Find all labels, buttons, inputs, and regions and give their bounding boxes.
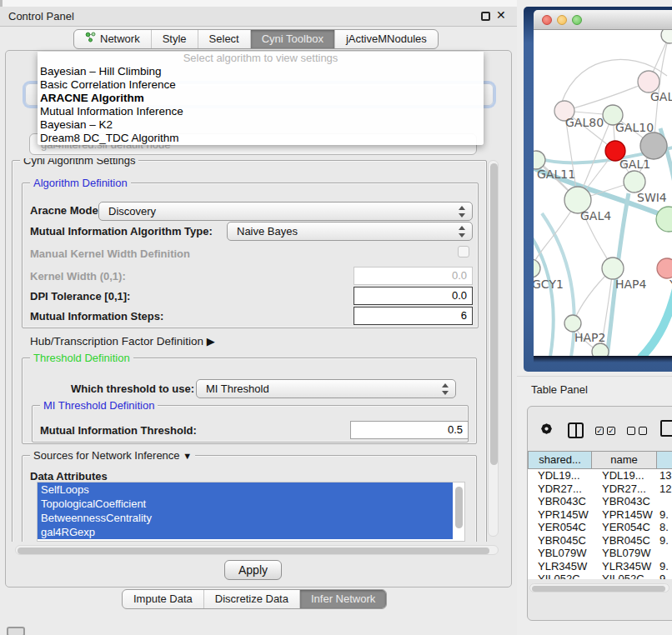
algorithm-option-bayesian-hill-climbing[interactable]: Bayesian – Hill Climbing [38, 65, 484, 78]
dpi-tolerance-field[interactable]: 0.0 [354, 287, 473, 305]
algorithm-option-aracne-algorithm[interactable]: ARACNE Algorithm [38, 92, 484, 105]
mi-steps-field[interactable]: 6 [354, 307, 473, 325]
table-cell[interactable]: 9. [657, 508, 672, 522]
close-icon[interactable]: ✕ [496, 8, 506, 22]
table-cell[interactable]: 9. [657, 534, 672, 548]
table-cell[interactable]: 9 [657, 572, 672, 579]
network-node[interactable] [661, 30, 672, 43]
algorithm-option-basic-correlation-inference[interactable]: Basic Correlation Inference [38, 78, 484, 92]
settings-vscroll-track[interactable] [488, 160, 499, 537]
hub-expander[interactable]: Hub/Transcription Factor Definition ▶ [30, 335, 215, 348]
attribute-item-gal4rgexp[interactable]: gal4RGexp [38, 525, 453, 539]
attribute-item-selfloops[interactable]: SelfLoops [38, 482, 453, 497]
table-row[interactable]: YPR145WYPR145W9. [528, 508, 672, 522]
which-threshold-combobox[interactable]: MI Threshold [196, 379, 456, 398]
mi-type-combobox[interactable]: Naive Bayes [227, 222, 473, 241]
tab-cyni-toolbox[interactable]: Cyni Toolbox [250, 30, 334, 48]
network-window-titlebar[interactable] [534, 10, 672, 30]
table-cell[interactable]: YLR345W [592, 560, 657, 573]
network-node[interactable] [624, 171, 645, 192]
network-node[interactable] [602, 258, 624, 279]
algorithm-option-mutual-information-inference[interactable]: Mutual Information Inference [38, 105, 484, 118]
table-hscroll-thumb[interactable] [532, 586, 665, 592]
table-row[interactable]: YBL079WYBL079W [528, 547, 672, 560]
table-cell[interactable]: 9. [657, 560, 672, 573]
table-row[interactable]: YIL052CYIL052C9 [528, 572, 672, 579]
column-header-shared[interactable]: shared... [528, 451, 592, 469]
table-cell[interactable]: YER054C [528, 521, 592, 534]
sources-group-title[interactable]: Sources for Network Inference ▼ [30, 449, 195, 462]
table-cell[interactable]: YPR145W [592, 508, 657, 522]
network-node[interactable] [534, 259, 540, 278]
attribute-item-betweennesscentrality[interactable]: BetweennessCentrality [38, 511, 453, 525]
gear-icon[interactable] [539, 422, 554, 436]
table-cell[interactable]: YDR27... [528, 482, 592, 496]
network-node[interactable] [656, 207, 672, 232]
split-columns-icon[interactable] [568, 422, 584, 438]
network-node[interactable] [657, 258, 672, 278]
table-hscroll-track[interactable] [529, 583, 669, 592]
table-cell[interactable]: YBL079W [528, 547, 592, 560]
table-cell[interactable] [657, 495, 672, 508]
table-cell[interactable]: YBR045C [528, 534, 592, 548]
table-cell[interactable]: 8. [657, 521, 672, 534]
attributes-list-scrollbar[interactable] [455, 487, 463, 528]
unchecked-box-icon[interactable] [627, 427, 635, 435]
network-node[interactable] [592, 343, 609, 356]
table-cell[interactable]: YBR043C [528, 495, 592, 508]
table-row[interactable]: YBR043CYBR043C [528, 495, 672, 508]
algorithm-option-bayesian-k2[interactable]: Bayesian – K2 [38, 118, 484, 132]
checked-box-icon[interactable]: ✓ [595, 427, 604, 435]
tab-network[interactable]: Network [74, 30, 151, 48]
checked-box-icon[interactable]: ✓ [607, 427, 615, 435]
table-cell[interactable] [657, 547, 672, 560]
table-cell[interactable]: YIL052C [528, 572, 592, 579]
settings-hscroll-thumb[interactable] [18, 548, 489, 554]
table-row[interactable]: YDL19...YDL19...13 [528, 469, 672, 482]
data-attributes-list[interactable]: SelfLoopsTopologicalCoefficientBetweenne… [37, 482, 465, 542]
table-cell[interactable]: YPR145W [528, 508, 592, 522]
minimize-window-icon[interactable] [557, 15, 567, 25]
table-cell[interactable]: YBR043C [592, 495, 657, 508]
table-row[interactable]: YLR345WYLR345W9. [528, 560, 672, 573]
network-node[interactable] [534, 151, 545, 169]
close-window-icon[interactable] [542, 15, 552, 25]
algorithm-option-dream8-dc-tdc-algorithm[interactable]: Dream8 DC_TDC Algorithm [38, 132, 484, 145]
table-cell[interactable]: YLR345W [528, 560, 592, 573]
table-row[interactable]: YBR045CYBR045C9. [528, 534, 672, 548]
unchecked-box-icon[interactable] [639, 427, 647, 435]
network-edge[interactable] [564, 82, 649, 111]
apply-button[interactable]: Apply [224, 560, 282, 580]
zoom-window-icon[interactable] [572, 15, 582, 25]
network-node[interactable] [564, 315, 581, 332]
column-header-extra[interactable] [657, 451, 672, 469]
table-cell[interactable]: YIL052C [592, 572, 657, 579]
tab-select[interactable]: Select [198, 30, 250, 48]
settings-hscroll-track[interactable] [15, 545, 499, 555]
mi-threshold-field[interactable]: 0.5 [350, 421, 469, 439]
tab-impute-data[interactable]: Impute Data [123, 590, 203, 608]
table-cell[interactable]: 12 [657, 482, 672, 496]
column-header-name[interactable]: name [592, 451, 657, 469]
network-node[interactable] [640, 132, 667, 159]
float-panel-icon[interactable] [481, 12, 490, 21]
network-canvas[interactable]: GALGAL80GAL10GAL1GAL11SWI4GAL4GCY1HAP4YH… [534, 30, 672, 356]
attribute-item-topologicalcoefficient[interactable]: TopologicalCoefficient [38, 497, 453, 511]
table-cell[interactable]: YBR045C [592, 534, 657, 548]
table-cell[interactable]: YER054C [592, 521, 657, 534]
table-cell[interactable]: YDR27... [592, 482, 657, 496]
tab-jactivemnodules[interactable]: jActiveMNodules [334, 30, 438, 48]
tab-infer-network[interactable]: Infer Network [299, 590, 386, 608]
manual-kernel-checkbox[interactable] [458, 246, 469, 258]
table-row[interactable]: YER054CYER054C8. [528, 521, 672, 534]
table-row[interactable]: YDR27...YDR27...12 [528, 482, 672, 496]
aracne-mode-combobox[interactable]: Discovery [98, 202, 473, 221]
tab-style[interactable]: Style [151, 30, 198, 48]
table-cell[interactable]: YBL079W [592, 547, 657, 560]
table-cell[interactable]: YDL19... [528, 469, 592, 482]
minimized-panel-icon[interactable] [7, 627, 25, 635]
table-cell[interactable]: 13 [657, 469, 672, 482]
tab-discretize-data[interactable]: Discretize Data [203, 590, 299, 608]
table-cell[interactable]: YDL19... [592, 469, 657, 482]
file-icon[interactable] [660, 420, 672, 437]
